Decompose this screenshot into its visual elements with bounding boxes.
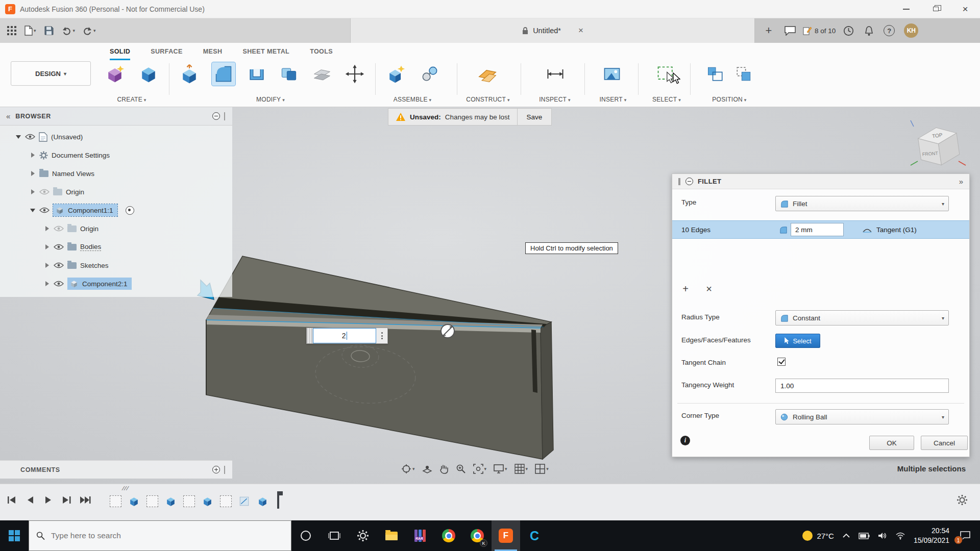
cortana-button[interactable] xyxy=(291,520,320,551)
fit-button[interactable] xyxy=(472,463,488,475)
activate-component-radio[interactable] xyxy=(126,206,134,215)
timeline-feature-extrude[interactable] xyxy=(257,495,268,507)
select-group-dropdown[interactable]: SELECT xyxy=(652,96,681,103)
node-label[interactable]: Origin xyxy=(66,188,84,196)
tree-row-component2[interactable]: Component2:1 xyxy=(0,274,232,293)
timeline-feature-sketch[interactable] xyxy=(128,495,140,507)
hidden-icons-chevron[interactable] xyxy=(842,533,850,538)
capture-app-button[interactable]: C xyxy=(520,520,549,551)
comments-bar[interactable]: COMMENTS xyxy=(0,460,232,479)
radius-manipulator[interactable] xyxy=(441,324,454,338)
go-to-end-button[interactable] xyxy=(79,493,92,507)
chrome-profile-button[interactable]: K xyxy=(463,520,492,551)
new-component-button[interactable] xyxy=(384,62,408,86)
tree-row-origin[interactable]: Origin xyxy=(0,183,232,201)
zoom-button[interactable] xyxy=(455,463,467,475)
selected-node[interactable]: Component1:1 xyxy=(53,204,117,216)
action-center-button[interactable]: 1 xyxy=(958,531,973,541)
browser-resize-handle[interactable] xyxy=(224,112,226,120)
shell-button[interactable] xyxy=(245,62,268,86)
continuity-value[interactable]: Tangent (G1) xyxy=(876,226,917,234)
fillet-dialog-header[interactable]: FILLET xyxy=(672,174,969,189)
construct-group-dropdown[interactable]: CONSTRUCT xyxy=(466,96,510,103)
settings-app-button[interactable] xyxy=(349,520,377,551)
winrar-button[interactable]: RAR xyxy=(406,520,434,551)
help-button[interactable] xyxy=(881,22,897,39)
radius-type-dropdown[interactable]: Constant xyxy=(775,310,949,325)
view-cube[interactable]: TOP FRONT xyxy=(908,116,969,172)
visibility-eye-off-icon[interactable] xyxy=(54,226,64,232)
expand-arrow-icon[interactable] xyxy=(30,171,36,176)
tree-row-origin-child[interactable]: Origin xyxy=(0,219,232,238)
tree-row-component1[interactable]: Component1:1 xyxy=(0,201,232,219)
viewports-button[interactable] xyxy=(534,463,550,475)
expand-arrow-icon[interactable] xyxy=(30,153,36,158)
selected-node[interactable]: Component2:1 xyxy=(67,278,132,290)
create-form-button[interactable] xyxy=(103,62,127,86)
file-explorer-button[interactable] xyxy=(377,520,406,551)
viewport-3d[interactable]: Unsaved: Changes may be lost Save BROWSE… xyxy=(0,107,980,484)
display-settings-button[interactable] xyxy=(493,463,508,474)
press-pull-button[interactable] xyxy=(178,62,201,86)
tab-close-icon[interactable]: × xyxy=(578,26,583,36)
design-workspace-dropdown[interactable]: DESIGN xyxy=(11,61,91,86)
timeline-feature-extrude[interactable] xyxy=(202,495,213,507)
expand-arrow-icon[interactable] xyxy=(30,189,36,194)
tangent-chain-checkbox[interactable] xyxy=(777,358,786,366)
tree-row-document[interactable]: (Unsaved) xyxy=(0,128,232,146)
construct-plane-button[interactable] xyxy=(476,62,499,86)
visibility-eye-icon[interactable] xyxy=(54,262,64,268)
dialog-collapse-icon[interactable] xyxy=(685,178,693,185)
radius-field[interactable]: 2 mm xyxy=(791,223,844,236)
dimension-options-icon[interactable] xyxy=(376,328,387,343)
info-icon[interactable] xyxy=(680,436,690,445)
node-label[interactable]: Bodies xyxy=(80,243,101,251)
modify-group-dropdown[interactable]: MODIFY xyxy=(256,96,285,103)
play-button[interactable] xyxy=(42,493,55,507)
joint-button[interactable] xyxy=(418,62,442,86)
node-label[interactable]: (Unsaved) xyxy=(51,133,83,141)
chrome-button[interactable] xyxy=(434,520,463,551)
tree-row-document-settings[interactable]: Document Settings xyxy=(0,146,232,164)
insert-canvas-button[interactable] xyxy=(600,62,624,86)
tangency-weight-input[interactable]: 1.00 xyxy=(775,379,949,393)
expand-arrow-icon[interactable] xyxy=(44,281,50,286)
redo-button[interactable] xyxy=(80,22,98,39)
job-status[interactable]: 8 of 10 xyxy=(803,26,836,35)
move-copy-button[interactable] xyxy=(343,62,366,86)
fillet-button[interactable] xyxy=(212,62,235,86)
expand-arrow-icon[interactable] xyxy=(15,135,21,139)
avatar[interactable]: KH xyxy=(904,23,918,38)
orbit-button[interactable] xyxy=(400,463,416,475)
document-tab[interactable]: Untitled* × xyxy=(350,18,755,43)
node-label[interactable]: Component2:1 xyxy=(82,280,128,288)
start-button[interactable] xyxy=(0,520,29,551)
assemble-group-dropdown[interactable]: ASSEMBLE xyxy=(394,96,432,103)
battery-icon[interactable] xyxy=(859,533,870,539)
expand-arrow-icon[interactable] xyxy=(44,263,50,268)
cancel-button[interactable]: Cancel xyxy=(921,436,968,450)
taskbar-search[interactable] xyxy=(29,520,291,551)
dialog-dock-icon[interactable] xyxy=(959,177,963,186)
close-button[interactable]: × xyxy=(950,0,980,18)
inspect-group-dropdown[interactable]: INSPECT xyxy=(539,96,571,103)
new-tab-button[interactable] xyxy=(760,18,777,43)
tab-mesh[interactable]: MESH xyxy=(203,43,223,60)
tab-surface[interactable]: SURFACE xyxy=(151,43,183,60)
alerts-button[interactable] xyxy=(861,22,876,39)
network-icon[interactable] xyxy=(895,532,905,540)
pan-button[interactable] xyxy=(438,463,450,475)
position-group-dropdown[interactable]: POSITION xyxy=(712,96,746,103)
save-link[interactable]: Save xyxy=(517,109,552,125)
add-comment-icon[interactable] xyxy=(212,466,220,473)
timeline-component-group[interactable] xyxy=(110,495,121,507)
expand-arrow-icon[interactable] xyxy=(44,244,50,249)
offset-plane-button[interactable] xyxy=(310,62,334,86)
insert-group-dropdown[interactable]: INSERT xyxy=(599,96,626,103)
search-input[interactable] xyxy=(51,531,284,540)
timeline-settings-button[interactable] xyxy=(957,494,968,506)
timeline-feature-extrude[interactable] xyxy=(165,495,177,507)
minimize-button[interactable] xyxy=(891,0,921,18)
app-grid-button[interactable] xyxy=(4,22,19,39)
step-forward-button[interactable] xyxy=(60,493,74,507)
